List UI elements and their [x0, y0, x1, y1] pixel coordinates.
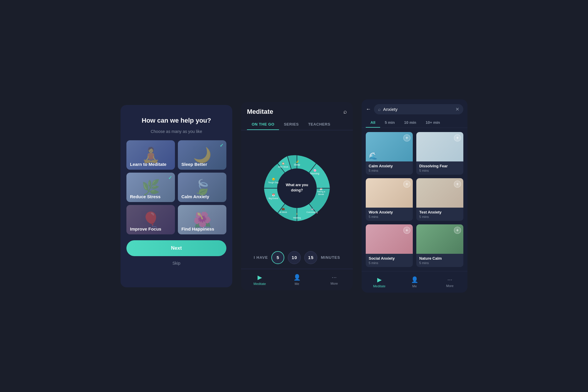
sleep-check: ✓ — [220, 143, 223, 148]
stress-check: ✓ — [168, 175, 172, 181]
result-social-anxiety[interactable]: + Social Anxiety 5 mins — [366, 224, 413, 267]
options-grid: 🧘 Learn to Meditate 🌙 ✓ Sleep Better 🌿 ✓… — [126, 140, 226, 234]
svg-text:🚶: 🚶 — [295, 213, 299, 216]
time-suffix: MINUTES — [321, 255, 340, 260]
result-nature-calm[interactable]: + Nature Calm 5 mins — [416, 224, 463, 267]
time-5-button[interactable]: 5 — [271, 251, 284, 264]
back-button[interactable]: ← — [366, 106, 371, 112]
calm-anxiety-info: Calm Anxiety 5 mins — [366, 161, 413, 175]
work-anxiety-duration: 5 mins — [369, 215, 410, 218]
result-calm-anxiety[interactable]: + Calm Anxiety 5 mins — [366, 132, 413, 175]
test-anxiety-image: + — [416, 178, 463, 208]
svg-text:🚌: 🚌 — [310, 207, 314, 211]
calm-anxiety-duration: 5 mins — [369, 169, 410, 172]
result-test-anxiety[interactable]: + Test Anxiety 5 mins — [416, 178, 463, 221]
tab-teachers[interactable]: TEACHERS — [303, 120, 335, 130]
nav-meditate[interactable]: ▶ Meditate — [241, 272, 278, 287]
calm-anxiety-image: + — [366, 132, 413, 161]
test-anxiety-name: Test Anxiety — [419, 210, 460, 214]
clear-button[interactable]: ✕ — [455, 106, 459, 112]
svg-text:Sleep: Sleep — [294, 163, 300, 166]
test-anxiety-info: Test Anxiety 5 mins — [416, 208, 463, 221]
svg-text:doing?: doing? — [291, 188, 303, 192]
nav3-more[interactable]: ··· More — [432, 274, 467, 290]
dissolving-fear-info: Dissolving Fear 5 mins — [416, 161, 463, 175]
social-anxiety-add[interactable]: + — [403, 227, 410, 234]
svg-text:After Work: After Work — [278, 166, 288, 168]
filter-10plus[interactable]: 10+ min — [421, 118, 445, 128]
option-sleep-label: Sleep Better — [181, 162, 207, 167]
option-happiness-label: Find Happiness — [181, 226, 214, 231]
test-anxiety-duration: 5 mins — [419, 215, 460, 218]
nature-calm-duration: 5 mins — [419, 261, 460, 265]
svg-text:🌙: 🌙 — [295, 160, 299, 163]
option-learn[interactable]: 🧘 Learn to Meditate — [126, 140, 175, 170]
nature-calm-name: Nature Calm — [419, 256, 460, 261]
work-anxiety-name: Work Anxiety — [369, 210, 410, 214]
option-focus[interactable]: 🎈 Improve Focus — [126, 205, 175, 234]
svg-text:At Work: At Work — [279, 211, 287, 213]
search-icon[interactable]: ⌕ — [343, 108, 347, 115]
tab-on-the-go[interactable]: ON THE GO — [247, 120, 279, 130]
svg-text:Tough Day: Tough Day — [268, 181, 279, 184]
screen2-title: Meditate — [247, 108, 273, 116]
nature-calm-image: + — [416, 224, 463, 254]
svg-text:💼: 💼 — [282, 207, 285, 211]
option-happiness[interactable]: 🌺 Find Happiness — [178, 205, 226, 234]
next-button[interactable]: Next — [126, 240, 226, 256]
nav-me[interactable]: 👤 Me — [278, 272, 316, 287]
search-bar[interactable]: ⌕ Anxiety ✕ — [374, 104, 463, 114]
social-anxiety-name: Social Anxiety — [369, 256, 410, 261]
time-15-button[interactable]: 15 — [304, 251, 317, 264]
nav-me-label: Me — [295, 282, 299, 286]
social-anxiety-duration: 5 mins — [369, 261, 410, 265]
time-prefix: I HAVE — [254, 255, 268, 260]
dissolving-fear-duration: 5 mins — [419, 169, 460, 172]
skip-link[interactable]: Skip — [172, 261, 180, 266]
nav3-more-icon: ··· — [447, 276, 452, 283]
filter-10min[interactable]: 10 min — [400, 118, 421, 128]
calm-anxiety-add[interactable]: + — [403, 134, 410, 141]
option-anxiety[interactable]: 🍃 Calm Anxiety — [178, 173, 226, 202]
meditate-icon: ▶ — [258, 274, 262, 281]
svg-text:Big Event: Big Event — [269, 197, 278, 200]
nav3-me-icon: 👤 — [411, 276, 418, 283]
time-selector: I HAVE 5 10 15 MINUTES — [241, 246, 353, 269]
nature-calm-add[interactable]: + — [454, 227, 461, 234]
svg-text:🏠: 🏠 — [282, 162, 285, 165]
result-dissolving-fear[interactable]: + Dissolving Fear 5 mins — [416, 132, 463, 175]
screen-meditate: Meditate ⌕ ON THE GO SERIES TEACHERS — [241, 102, 353, 290]
nav-meditate-label: Meditate — [253, 282, 266, 286]
screen-search: ← ⌕ Anxiety ✕ All 5 min 10 min 10+ min +… — [362, 99, 467, 293]
screen1-title: How can we help you? — [142, 117, 211, 124]
dissolving-fear-name: Dissolving Fear — [419, 164, 460, 168]
social-anxiety-image: + — [366, 224, 413, 254]
filter-all[interactable]: All — [366, 118, 380, 128]
nav-more[interactable]: ··· More — [315, 272, 353, 287]
filter-tabs: All 5 min 10 min 10+ min — [362, 118, 467, 128]
tab-series[interactable]: SERIES — [279, 120, 303, 130]
work-anxiety-add[interactable]: + — [403, 181, 410, 188]
nav3-meditate-label: Meditate — [373, 284, 385, 288]
filter-5min[interactable]: 5 min — [380, 118, 400, 128]
nav3-meditate[interactable]: ▶ Meditate — [362, 274, 397, 290]
option-sleep[interactable]: 🌙 ✓ Sleep Better — [178, 140, 226, 170]
option-focus-label: Improve Focus — [130, 226, 161, 231]
svg-text:What are you: What are you — [286, 183, 308, 187]
dissolving-fear-add[interactable]: + — [454, 134, 461, 141]
result-work-anxiety[interactable]: + Work Anxiety 5 mins — [366, 178, 413, 221]
search-bar-icon: ⌕ — [378, 107, 381, 112]
test-anxiety-add[interactable]: + — [454, 181, 461, 188]
option-learn-label: Learn to Meditate — [130, 162, 166, 167]
nav3-me-label: Me — [412, 284, 417, 288]
activity-wheel[interactable]: What are you doing? 🌙 Sleep 🌸 Morning ☕ … — [256, 147, 338, 229]
app-container: How can we help you? Choose as many as y… — [0, 0, 588, 392]
screen-help: How can we help you? Choose as many as y… — [121, 105, 232, 287]
calm-anxiety-name: Calm Anxiety — [369, 164, 410, 168]
nature-calm-info: Nature Calm 5 mins — [416, 254, 463, 267]
option-stress[interactable]: 🌿 ✓ Reduce Stress — [126, 173, 175, 202]
nav3-me[interactable]: 👤 Me — [397, 274, 432, 290]
svg-text:☕: ☕ — [320, 187, 323, 191]
search-input[interactable]: Anxiety — [383, 107, 453, 112]
time-10-button[interactable]: 10 — [288, 251, 301, 264]
